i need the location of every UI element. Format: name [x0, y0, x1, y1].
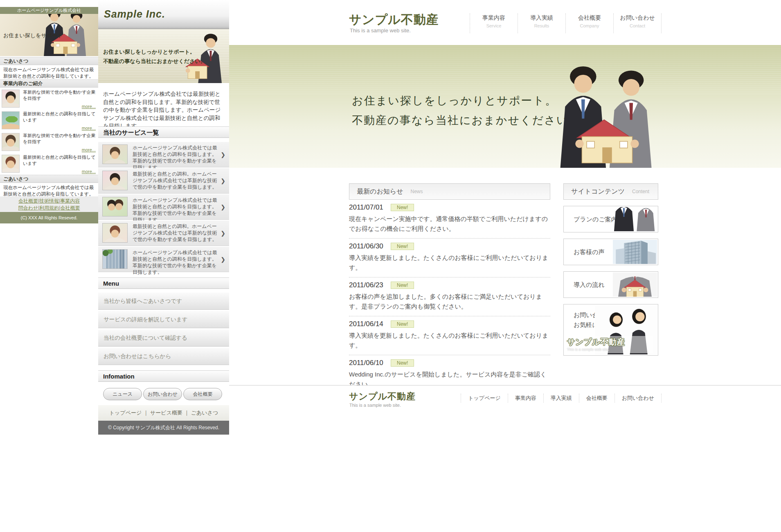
menu-item-company[interactable]: 当社の会社概要について確認する [98, 329, 229, 347]
site-logo[interactable]: サンプル不動産 [349, 11, 439, 28]
news-entry: 2011/06/14 New! 導入実績を更新しました。たくさんのお客様にご利用… [349, 316, 550, 355]
overlay-tagline: This is a sample web site. [567, 347, 650, 352]
sidebar-heading: サイトコンテンツ [571, 187, 625, 196]
footer-link-greeting[interactable]: ごあいさつ [191, 410, 218, 416]
sidebar-link-plans[interactable]: プランのご案内 [563, 206, 658, 232]
news-heading-sub: News [411, 189, 423, 194]
building-photo [102, 249, 128, 269]
more-link[interactable]: more... [82, 147, 96, 152]
footer-tagline: This is a sample web site. [349, 403, 401, 408]
nav-sublabel: Service [470, 23, 518, 28]
footer-logo[interactable]: サンプル不動産 [349, 390, 416, 403]
nav-sublabel: Results [518, 23, 565, 28]
heading-business: 事業内容のご紹介 [0, 79, 98, 88]
footer-link-contact[interactable]: お問い合わせ [614, 394, 662, 403]
business-list-item[interactable]: 最新技術と自然との調和を目指しています more... [0, 153, 98, 175]
sidebar-link-flow[interactable]: 導入の流れ [563, 271, 658, 298]
news-entry: 2011/06/23 New! お客様の声を追加しました。多くのお客様にご満足い… [349, 277, 550, 316]
nav-sublabel: Contact [614, 23, 661, 28]
button-company[interactable]: 会社概要 [183, 388, 222, 400]
new-badge: New! [391, 282, 414, 289]
site-contents-sidebar: サイトコンテンツ Content プランのご案内 [563, 183, 658, 356]
nav-sublabel: Company [566, 23, 613, 28]
news-entry: 2011/07/01 New! 現在キャンペーン実施中です。通常価格の半額でご利… [349, 200, 550, 239]
more-link[interactable]: more... [82, 126, 96, 131]
menu-item-service[interactable]: サービスの詳細を解説しています [98, 311, 229, 328]
mobile-preview-narrow: ホームページサンプル株式会社 お住まい探し [0, 0, 98, 223]
service-list-item[interactable]: ホームページサンプル株式会社では最新技術と自然との調和を目指します。革新的な技術… [98, 142, 229, 167]
business-list-item[interactable]: 革新的な技術で世の中を動かす企業を目指す more... [0, 131, 98, 153]
footer-link-results[interactable]: 導入実績 [543, 394, 579, 403]
more-link[interactable]: more... [82, 169, 96, 174]
service-list-item[interactable]: ホームページサンプル株式会社では最新技術と自然との調和を目指します。革新的な技術… [98, 194, 229, 220]
news-date: 2011/06/14 [349, 320, 391, 328]
site-footer: サンプル不動産 This is a sample web site. トップペー… [229, 385, 781, 418]
heading-greeting-2: ごあいさつ [0, 175, 98, 183]
footer-link-business[interactable]: 事業内容 [60, 198, 80, 204]
more-link[interactable]: more... [82, 104, 96, 109]
chevron-right-icon: ❯ [221, 256, 225, 263]
footer-link-terms[interactable]: 利用規約 [39, 205, 59, 211]
service-list-item[interactable]: 最新技術と自然との調和。ホームページサンプル株式会社では革新的な技術で世の中を動… [98, 221, 229, 246]
hero-copy-line2: 不動産の事なら当社におまかせください。 [103, 58, 206, 65]
news-heading: 最新のお知らせ [357, 187, 403, 196]
mobile-b-copyright-bar: © Copyright サンプル株式会社 All Rights Reseved. [98, 421, 229, 435]
woman-portrait-photo [2, 155, 20, 173]
man-with-house-photo [185, 32, 229, 83]
menu-item-greeting[interactable]: 当社から皆様へごあいさつです [98, 293, 229, 310]
footer-link-service[interactable]: サービス概要 [150, 410, 182, 416]
sample-inc-logo[interactable]: Sample Inc. [104, 8, 165, 20]
business-item-text: 革新的な技術で世の中を動かす企業を目指す [23, 89, 97, 101]
business-item-text: 革新的な技術で世の中を動かす企業を目指す [23, 133, 97, 145]
news-panel-header: 最新のお知らせ News [349, 183, 550, 200]
mobile-b-hero-photo: お住まい探しをしっかりとサポート。 不動産の事なら当社におまかせください。 [98, 29, 229, 83]
button-contact[interactable]: お問い合わせ [143, 388, 182, 400]
woman-portrait-photo [2, 133, 20, 151]
footer-link-top[interactable]: トップページ [461, 394, 508, 403]
new-badge: New! [391, 243, 414, 250]
hero-copy-line1: お住まい探しをしっかりとサポート。 [352, 93, 557, 108]
mobile-a-title-bar: ホームページサンプル株式会社 [0, 7, 98, 14]
button-news[interactable]: ニュース [103, 388, 142, 400]
mobile-a-footer-links: 会社概要|技術情報|事業内容 問合わせ|利用規約|会社概要 [0, 196, 98, 212]
service-list-item[interactable]: ホームページサンプル株式会社では最新技術と自然との調和を目指します。革新的な技術… [98, 247, 229, 272]
mobile-a-copyright-bar: (C) XXX All Rights Reseved. [0, 212, 98, 223]
business-item-text: 最新技術と自然との調和を目指しています [23, 111, 97, 123]
business-list-item[interactable]: 革新的な技術で世の中を動かす企業を目指す more... [0, 88, 98, 110]
service-item-text: 最新技術と自然との調和。ホームページサンプル株式会社では革新的な技術で世の中を動… [133, 171, 218, 190]
chevron-right-icon: ❯ [221, 151, 225, 158]
leaf-hand-photo [2, 111, 20, 129]
separator: ｜ [184, 410, 189, 416]
mobile-a-hero-caption: お住まい探しをサポート [3, 32, 63, 39]
greeting-text-2: 現在ホームページサンプル株式会社では最新技術と自然との調和を目指しています。 [0, 183, 98, 197]
footer-link-tech[interactable]: 技術情報 [39, 198, 59, 204]
nav-item-results[interactable]: 導入実績 Results [518, 14, 565, 33]
heading-services: 当社のサービス一覧 [98, 126, 229, 138]
menu-item-contact[interactable]: お問い合わせはこちらから [98, 348, 229, 365]
footer-link-company[interactable]: 会社概要 [579, 394, 614, 403]
business-list-item[interactable]: 最新技術と自然との調和を目指しています more... [0, 110, 98, 132]
footer-link-company-2[interactable]: 会社概要 [60, 205, 80, 211]
sidebar-link-voice[interactable]: お客様の声 [563, 239, 658, 265]
hero-copy-line1: お住まい探しをしっかりとサポート。 [103, 48, 195, 56]
news-section: 最新のお知らせ News 2011/07/01 New! 現在キャンペーン実施中… [349, 183, 550, 394]
news-text: お客様の声を追加しました。多くのお客様にご満足いただいております。是非プランのご… [349, 292, 550, 311]
chevron-right-icon: ❯ [221, 204, 225, 210]
greeting-text: 現在ホームページサンプル株式会社では最新技術と自然との調和を目指しています。 [0, 65, 98, 79]
nav-item-service[interactable]: 事業内容 Service [470, 14, 518, 33]
nav-item-company[interactable]: 会社概要 Company [565, 14, 613, 33]
service-list-item[interactable]: 最新技術と自然との調和。ホームページサンプル株式会社では革新的な技術で世の中を動… [98, 168, 229, 194]
heading-menu: Menu [98, 277, 229, 289]
nav-item-contact[interactable]: お問い合わせ Contact [613, 14, 662, 33]
footer-link-service[interactable]: 事業内容 [508, 394, 543, 403]
nav-label: 事業内容 [470, 14, 518, 22]
news-date: 2011/07/01 [349, 203, 391, 212]
nav-label: お問い合わせ [614, 14, 661, 22]
service-item-text: 最新技術と自然との調和。ホームページサンプル株式会社では革新的な技術で世の中を動… [133, 223, 218, 243]
footer-link-top[interactable]: トップページ [109, 410, 142, 416]
footer-link-inquiry[interactable]: 問合わせ [18, 205, 38, 211]
sidebar-link-contact[interactable]: お問い合わせは お気軽にどうぞ サンプル不動産 [563, 304, 658, 356]
footer-link-company[interactable]: 会社概要 [18, 198, 38, 204]
two-men-with-house-photo [535, 60, 679, 168]
mobile-b-footer-links: トップページ｜サービス概要｜ごあいさつ [98, 405, 229, 421]
